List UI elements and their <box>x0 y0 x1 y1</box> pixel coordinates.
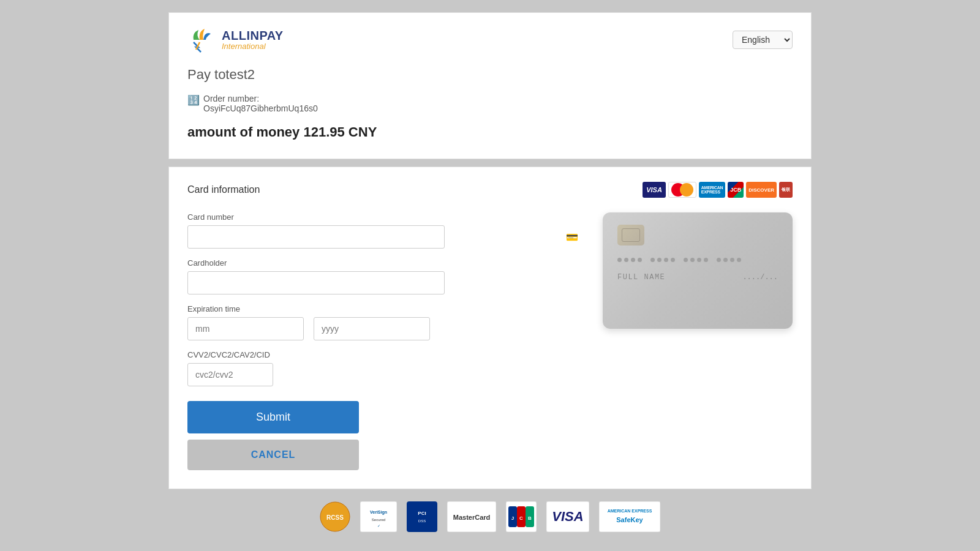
logo-text-area: ALLINPAY International <box>222 29 284 51</box>
cardholder-label: Cardholder <box>187 258 584 268</box>
svg-text:B: B <box>528 515 532 521</box>
dot <box>638 258 642 262</box>
credit-card-visual: FULL NAME ..../... <box>603 212 793 329</box>
header-card: ALLINPAY International English 中文 Pay to… <box>168 12 812 159</box>
dot-group-2 <box>650 258 675 262</box>
svg-text:PCI: PCI <box>418 511 426 516</box>
footer-rcss-logo: RCSS <box>320 501 350 532</box>
card-number-group: Card number 💳 <box>187 212 584 249</box>
svg-text:DSS: DSS <box>418 519 426 523</box>
dot <box>624 258 628 262</box>
order-icon: 🔢 <box>187 94 200 106</box>
expiry-month-input[interactable] <box>187 317 304 340</box>
svg-text:VeriSign: VeriSign <box>370 510 387 515</box>
order-number: OsyiFcUq87GibherbmUq16s0 <box>203 103 318 113</box>
dot <box>617 258 622 262</box>
dot <box>723 258 728 262</box>
svg-text:RCSS: RCSS <box>326 514 344 521</box>
svg-rect-6 <box>407 501 437 532</box>
header-top: ALLINPAY International English 中文 <box>187 25 793 54</box>
cancel-button[interactable]: CANCEL <box>187 440 359 470</box>
svg-text:C: C <box>519 515 523 521</box>
cvv-label: CVV2/CVC2/CAV2/CID <box>187 350 584 359</box>
svg-text:Secured: Secured <box>372 518 385 522</box>
payment-logos: VISA AMERICANEXPRESS JCB DISCOVER 银联 <box>643 182 793 198</box>
card-number-label: Card number <box>187 212 584 222</box>
cardholder-input[interactable] <box>187 271 445 294</box>
card-number-dots <box>617 258 778 262</box>
svg-text:J: J <box>511 515 514 521</box>
card-expiry-placeholder: ..../... <box>742 273 778 282</box>
expiry-inputs <box>187 317 584 340</box>
dot <box>697 258 701 262</box>
footer-mastercard-logo: MasterCard <box>447 501 496 532</box>
dot <box>737 258 741 262</box>
footer-visa-logo: VISA <box>546 501 589 532</box>
order-info: 🔢 Order number: OsyiFcUq87GibherbmUq16s0 <box>187 94 793 113</box>
dot-group-4 <box>717 258 741 262</box>
button-area: Submit CANCEL <box>187 401 584 470</box>
card-number-input[interactable] <box>187 225 445 249</box>
amount-value: 121.95 <box>303 124 348 140</box>
dot-group-1 <box>617 258 642 262</box>
logo-main-text: ALLINPAY <box>222 29 284 42</box>
svg-text:VISA: VISA <box>552 509 583 524</box>
unionpay-badge: 银联 <box>779 182 793 198</box>
dot <box>671 258 675 262</box>
card-number-wrapper: 💳 <box>187 225 584 249</box>
submit-button[interactable]: Submit <box>187 401 359 433</box>
card-chip-inner <box>622 228 640 242</box>
card-input-icon: 💳 <box>566 231 578 243</box>
expiration-label: Expiration time <box>187 304 584 313</box>
amount-currency: CNY <box>349 124 377 140</box>
card-info-header: Card information VISA AMERICANEXPRESS JC… <box>187 182 793 198</box>
expiration-group: Expiration time <box>187 304 584 340</box>
svg-text:✓: ✓ <box>377 524 380 528</box>
visa-badge: VISA <box>643 182 666 198</box>
dot <box>704 258 708 262</box>
dot <box>664 258 668 262</box>
card-name-placeholder: FULL NAME <box>617 273 665 282</box>
discover-badge: DISCOVER <box>746 182 777 198</box>
footer-pci-logo: PCI DSS <box>407 501 437 532</box>
dot <box>657 258 662 262</box>
dot <box>690 258 695 262</box>
allinpay-logo-icon <box>187 25 217 54</box>
footer-logos: RCSS VeriSign Secured ✓ PCI DSS Master <box>168 489 812 538</box>
order-label: Order number: <box>203 94 259 103</box>
logo-sub-text: International <box>222 42 284 51</box>
amex-badge: AMERICANEXPRESS <box>699 182 725 198</box>
dot <box>631 258 635 262</box>
cvv-group: CVV2/CVC2/CAV2/CID <box>187 350 584 386</box>
pay-title: Pay totest2 <box>187 67 793 83</box>
card-visual-area: FULL NAME ..../... <box>603 212 793 470</box>
order-details: Order number: OsyiFcUq87GibherbmUq16s0 <box>203 94 318 113</box>
dot <box>650 258 655 262</box>
card-info-title: Card information <box>187 184 260 195</box>
cardholder-group: Cardholder <box>187 258 584 294</box>
card-info-card: Card information VISA AMERICANEXPRESS JC… <box>168 167 812 489</box>
card-bottom: FULL NAME ..../... <box>617 273 778 282</box>
expiry-year-input[interactable] <box>314 317 430 340</box>
footer-verisign-logo: VeriSign Secured ✓ <box>360 501 397 532</box>
card-chip <box>617 225 644 246</box>
mastercard-badge <box>668 182 696 198</box>
dot <box>730 258 734 262</box>
cvv-input[interactable] <box>187 363 273 386</box>
form-and-card: Card number 💳 Cardholder Expiration time <box>187 212 793 470</box>
amount-display: amount of money 121.95 CNY <box>187 124 793 140</box>
svg-text:MasterCard: MasterCard <box>453 514 491 521</box>
footer-amex-safekey-logo: AMERICAN EXPRESS SafeKey <box>599 501 660 532</box>
footer-jcb-logo: J C B <box>506 501 537 532</box>
dot <box>717 258 721 262</box>
jcb-badge: JCB <box>728 182 744 198</box>
dot <box>684 258 688 262</box>
dot-group-3 <box>684 258 708 262</box>
svg-text:AMERICAN EXPRESS: AMERICAN EXPRESS <box>608 509 652 513</box>
logo-area: ALLINPAY International <box>187 25 284 54</box>
amount-label: amount of money <box>187 124 303 140</box>
svg-text:SafeKey: SafeKey <box>616 516 643 523</box>
language-select[interactable]: English 中文 <box>733 31 793 49</box>
form-area: Card number 💳 Cardholder Expiration time <box>187 212 584 470</box>
